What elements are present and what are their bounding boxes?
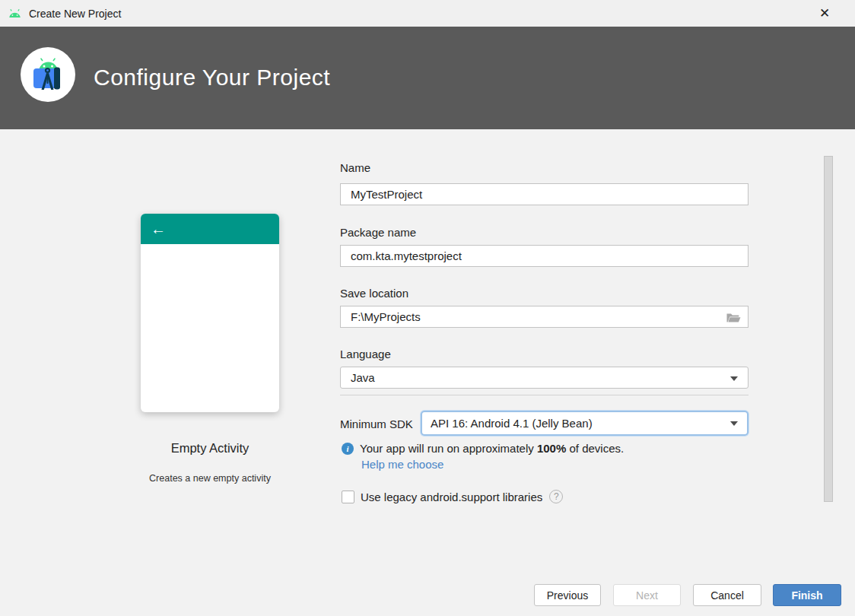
android-studio-logo-icon bbox=[21, 47, 75, 102]
wizard-header: Configure Your Project bbox=[0, 27, 855, 129]
page-title: Configure Your Project bbox=[94, 65, 330, 90]
language-value: Java bbox=[351, 371, 375, 384]
package-name-input[interactable] bbox=[340, 245, 749, 267]
info-icon: i bbox=[342, 443, 354, 455]
chevron-down-icon bbox=[730, 421, 738, 426]
back-arrow-icon: ← bbox=[151, 221, 166, 237]
sdk-info-text: Your app will run on approximately 100% … bbox=[360, 442, 624, 455]
minimum-sdk-dropdown[interactable]: API 16: Android 4.1 (Jelly Bean) bbox=[421, 411, 749, 436]
android-head-icon bbox=[8, 8, 22, 18]
vertical-scrollbar-thumb[interactable] bbox=[824, 156, 833, 502]
legacy-libraries-row: Use legacy android.support libraries ? bbox=[342, 490, 563, 503]
next-button[interactable]: Next bbox=[613, 584, 681, 606]
section-divider bbox=[340, 395, 749, 395]
help-me-choose-link[interactable]: Help me choose bbox=[361, 458, 443, 471]
template-preview-card[interactable]: ← bbox=[141, 214, 279, 412]
chevron-down-icon bbox=[730, 376, 738, 381]
folder-browse-icon[interactable] bbox=[726, 312, 741, 322]
template-description: Creates a new empty activity bbox=[106, 473, 313, 484]
language-dropdown[interactable]: Java bbox=[340, 367, 749, 389]
save-location-field bbox=[340, 306, 749, 328]
window-title: Create New Project bbox=[29, 8, 121, 20]
close-icon[interactable]: ✕ bbox=[808, 0, 841, 27]
cancel-button[interactable]: Cancel bbox=[693, 584, 761, 606]
help-icon[interactable]: ? bbox=[549, 490, 563, 503]
name-label: Name bbox=[340, 161, 370, 174]
minimum-sdk-value: API 16: Android 4.1 (Jelly Bean) bbox=[431, 417, 593, 430]
finish-button[interactable]: Finish bbox=[773, 584, 841, 606]
name-input[interactable] bbox=[340, 183, 749, 205]
language-label: Language bbox=[340, 348, 391, 360]
sdk-info-row: i Your app will run on approximately 100… bbox=[342, 442, 624, 455]
previous-button[interactable]: Previous bbox=[534, 584, 601, 606]
minimum-sdk-label: Minimum SDK bbox=[340, 418, 413, 430]
save-location-label: Save location bbox=[340, 287, 408, 300]
window-titlebar: Create New Project ✕ bbox=[0, 0, 855, 27]
legacy-libraries-label: Use legacy android.support libraries bbox=[361, 491, 542, 503]
template-name: Empty Activity bbox=[141, 441, 279, 456]
template-card-header: ← bbox=[141, 214, 279, 244]
legacy-libraries-checkbox[interactable] bbox=[342, 491, 354, 503]
package-name-label: Package name bbox=[340, 226, 416, 239]
save-location-input[interactable] bbox=[340, 306, 749, 328]
